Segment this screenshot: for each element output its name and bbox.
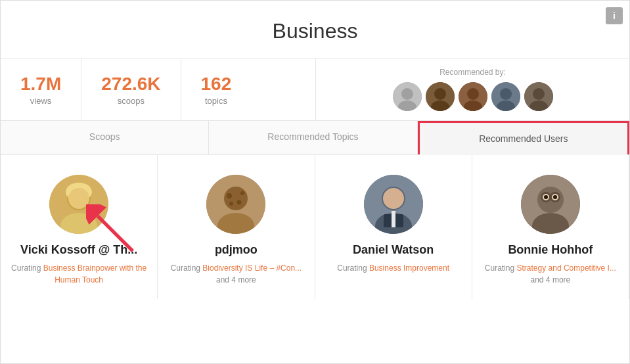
- topics-stat: 162 topics: [181, 59, 252, 120]
- svg-point-13: [533, 88, 545, 100]
- user-card-4[interactable]: Bonnie Hohhof Curating Strategy and Comp…: [472, 155, 629, 299]
- topics-label: topics: [205, 96, 227, 106]
- recommender-avatars: [393, 82, 553, 111]
- user-name-2: pdjmoo: [215, 243, 258, 257]
- svg-point-40: [544, 195, 548, 199]
- svg-point-32: [383, 188, 404, 209]
- recommender-avatar-5[interactable]: [524, 82, 553, 111]
- user-name-1: Vicki Kossoff @ Th...: [20, 243, 137, 257]
- user-avatar-2: [206, 175, 265, 234]
- recommended-by-label: Recommended by:: [439, 68, 506, 77]
- user-avatar-4: [521, 175, 580, 234]
- tab-recommended-topics[interactable]: Recommended Topics: [209, 121, 417, 154]
- svg-point-23: [227, 193, 232, 198]
- user-card-1[interactable]: Vicki Kossoff @ Th... Curating Business …: [1, 155, 158, 299]
- tabs-row: Scoops Recommended Topics Recommended Us…: [1, 121, 629, 155]
- recommender-avatar-3[interactable]: [459, 82, 487, 111]
- scoops-number: 272.6K: [101, 74, 160, 95]
- svg-point-10: [500, 88, 512, 100]
- recommender-avatar-4[interactable]: [491, 82, 520, 111]
- views-stat: 1.7M views: [1, 59, 81, 120]
- views-number: 1.7M: [20, 74, 61, 95]
- stats-bar: 1.7M views 272.6K scoops 162 topics Reco…: [1, 58, 629, 121]
- user-avatar-1: [49, 175, 108, 234]
- svg-point-7: [467, 88, 479, 100]
- svg-point-26: [229, 202, 233, 206]
- svg-point-19: [68, 188, 89, 209]
- topics-number: 162: [201, 74, 232, 95]
- svg-point-41: [553, 195, 557, 199]
- recommended-by-section: Recommended by:: [316, 58, 629, 120]
- scoops-stat: 272.6K scoops: [81, 59, 181, 120]
- page-title: Business: [1, 1, 629, 58]
- user-curating-3: Curating Business Improvement: [337, 262, 449, 274]
- svg-point-1: [401, 88, 413, 100]
- main-window: i Business 1.7M views 272.6K scoops 162 …: [0, 0, 630, 364]
- user-name-4: Bonnie Hohhof: [508, 243, 593, 257]
- tab-scoops[interactable]: Scoops: [1, 121, 209, 154]
- user-card-3[interactable]: Daniel Watson Curating Business Improvem…: [315, 155, 472, 299]
- user-avatar-3: [364, 175, 423, 234]
- user-name-3: Daniel Watson: [353, 243, 434, 257]
- user-card-2[interactable]: pdjmoo Curating Biodiversity IS Life – #…: [158, 155, 315, 299]
- svg-point-24: [240, 191, 244, 195]
- svg-point-34: [537, 187, 564, 213]
- user-curating-1: Curating Business Brainpower with the Hu…: [11, 262, 146, 286]
- users-grid: Vicki Kossoff @ Th... Curating Business …: [1, 155, 629, 299]
- svg-point-4: [434, 88, 446, 100]
- user-curating-2: Curating Biodiversity IS Life – #Con... …: [171, 262, 302, 286]
- stats-left: 1.7M views 272.6K scoops 162 topics: [1, 58, 316, 120]
- user-curating-4: Curating Strategy and Competitive I... a…: [485, 262, 616, 286]
- info-button[interactable]: i: [606, 7, 623, 24]
- views-label: views: [30, 96, 52, 106]
- recommender-avatar-1[interactable]: [393, 82, 422, 111]
- recommender-avatar-2[interactable]: [426, 82, 455, 111]
- svg-point-21: [224, 187, 248, 210]
- tab-recommended-users[interactable]: Recommended Users: [418, 121, 629, 154]
- scoops-label: scoops: [118, 96, 145, 106]
- svg-rect-31: [392, 211, 395, 227]
- svg-point-25: [237, 200, 242, 205]
